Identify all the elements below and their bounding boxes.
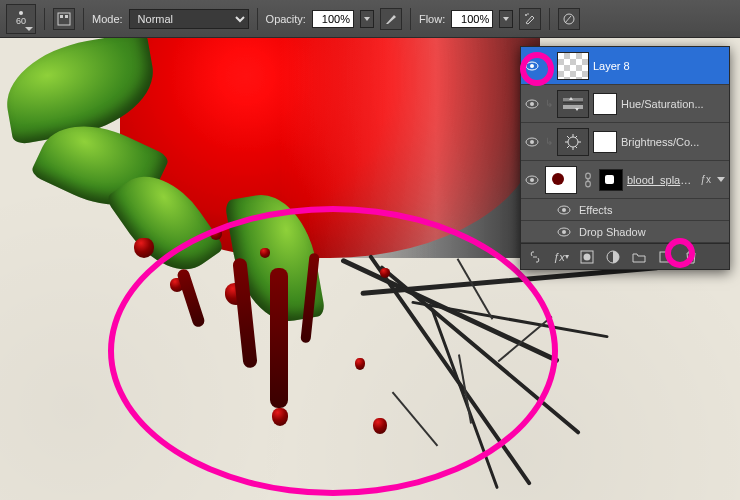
opacity-label: Opacity:	[266, 13, 306, 25]
brush-preset-picker[interactable]: 60	[6, 4, 36, 34]
separator	[257, 8, 258, 30]
svg-point-16	[568, 137, 578, 147]
brush-size-value: 60	[16, 16, 26, 26]
layer-mask-thumbnail[interactable]	[593, 131, 617, 153]
blend-mode-select[interactable]: Normal	[129, 9, 249, 29]
opacity-input[interactable]	[312, 10, 354, 28]
visibility-toggle[interactable]	[525, 97, 539, 111]
svg-point-9	[530, 102, 534, 106]
add-mask-icon[interactable]	[579, 249, 595, 265]
link-layers-icon[interactable]	[527, 249, 543, 265]
layer-row[interactable]: ↳ Brightness/Co...	[521, 123, 729, 161]
annotation-circle	[665, 238, 695, 268]
visibility-toggle[interactable]	[557, 203, 571, 217]
flow-label: Flow:	[419, 13, 445, 25]
svg-point-27	[584, 253, 591, 260]
flyout-triangle-icon	[25, 27, 33, 31]
clip-indicator-icon: ↳	[545, 98, 553, 109]
annotation-circle	[520, 52, 554, 86]
mask-link-icon[interactable]	[581, 172, 595, 188]
layer-name[interactable]: blood_splash_...	[627, 174, 696, 186]
options-bar: 60 Mode: Normal Opacity: Flow:	[0, 0, 740, 38]
brightness-contrast-icon[interactable]	[557, 128, 589, 156]
visibility-toggle[interactable]	[557, 225, 571, 239]
clip-indicator-icon: ↳	[545, 136, 553, 147]
airbrush-icon[interactable]	[519, 8, 541, 30]
svg-point-4	[527, 13, 529, 15]
layer-style-icon[interactable]: ƒx▾	[553, 249, 569, 265]
flow-input[interactable]	[451, 10, 493, 28]
triangle-down-icon	[364, 17, 370, 21]
layers-panel-footer: ƒx▾	[521, 243, 729, 269]
svg-rect-2	[65, 15, 68, 18]
separator	[549, 8, 550, 30]
svg-rect-0	[58, 13, 70, 25]
effects-header-row[interactable]: Effects	[521, 199, 729, 221]
layer-row[interactable]: blood_splash_... ƒx	[521, 161, 729, 199]
layer-name[interactable]: Brightness/Co...	[621, 136, 725, 148]
hue-saturation-icon[interactable]	[557, 90, 589, 118]
opacity-flyout[interactable]	[360, 10, 374, 28]
pressure-size-icon[interactable]	[558, 8, 580, 30]
fx-badge[interactable]: ƒx	[700, 174, 711, 185]
brush-panel-toggle-icon[interactable]	[53, 8, 75, 30]
svg-point-15	[530, 140, 534, 144]
svg-rect-1	[60, 15, 63, 18]
layer-thumbnail[interactable]	[557, 52, 589, 80]
layer-mask-thumbnail[interactable]	[599, 169, 623, 191]
brush-dot-icon	[19, 11, 23, 15]
svg-marker-13	[575, 108, 579, 111]
layer-name[interactable]: Hue/Saturation...	[621, 98, 725, 110]
layer-name[interactable]: Layer 8	[593, 60, 725, 72]
annotation-ellipse	[108, 206, 558, 496]
effect-name: Drop Shadow	[579, 226, 646, 238]
effects-collapse-icon[interactable]	[717, 177, 725, 182]
svg-point-3	[525, 14, 527, 16]
layer-thumbnail[interactable]	[545, 166, 577, 194]
new-adjustment-icon[interactable]	[605, 249, 621, 265]
layers-panel: ↳ Layer 8 ↳ Hue/Saturation... ↳ Brightne…	[520, 46, 730, 270]
separator	[410, 8, 411, 30]
blood-drop	[134, 238, 154, 258]
layer-mask-thumbnail[interactable]	[593, 93, 617, 115]
svg-rect-11	[563, 105, 583, 109]
new-group-icon[interactable]	[631, 249, 647, 265]
separator	[44, 8, 45, 30]
separator	[83, 8, 84, 30]
effect-row[interactable]: Drop Shadow	[521, 221, 729, 243]
flow-flyout[interactable]	[499, 10, 513, 28]
layer-row[interactable]: ↳ Hue/Saturation...	[521, 85, 729, 123]
mode-label: Mode:	[92, 13, 123, 25]
visibility-toggle[interactable]	[525, 135, 539, 149]
triangle-down-icon	[503, 17, 509, 21]
visibility-toggle[interactable]	[525, 173, 539, 187]
svg-point-18	[530, 178, 534, 182]
effects-label: Effects	[579, 204, 612, 216]
svg-point-23	[562, 208, 566, 212]
pressure-opacity-icon[interactable]	[380, 8, 402, 30]
svg-point-25	[562, 230, 566, 234]
